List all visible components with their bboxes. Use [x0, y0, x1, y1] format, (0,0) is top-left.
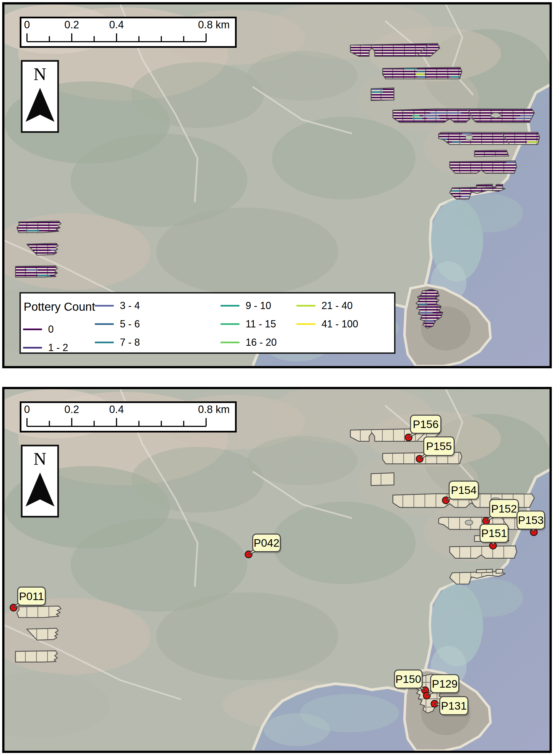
callout-text: P153 [518, 514, 544, 526]
survey-polygon-blob-7b [496, 569, 503, 573]
transect-line-colored [26, 269, 38, 271]
survey-polygon-blob-7a [475, 184, 493, 188]
survey-polygon-blob-7a [477, 569, 493, 573]
transect-line [449, 167, 518, 169]
transect-line [14, 272, 59, 273]
callout-label-P152[interactable]: P152 [486, 499, 519, 521]
transect-line [349, 47, 441, 48]
scale-bar: 00.20.40.8 km [20, 401, 237, 433]
legend-line-swatch [221, 305, 239, 307]
scale-label: 0.8 km [198, 403, 230, 415]
transect-line [392, 120, 536, 122]
transect-line [370, 94, 395, 96]
transect-line [449, 164, 518, 166]
legend-item: 9 - 10 [221, 300, 271, 311]
legend-item: 1 - 2 [23, 342, 68, 353]
transect-line [415, 306, 444, 308]
legend-item-label: 3 - 4 [120, 300, 140, 312]
satellite-map-bottom: P156P155P154P152P153P151P042P011P150P129… [4, 389, 550, 751]
survey-polygon-bar-4 [392, 109, 536, 122]
transect-line-colored [430, 112, 461, 114]
callout-label-P154[interactable]: P154 [446, 481, 480, 501]
callout-label-P156[interactable]: P156 [408, 415, 442, 437]
callout-label-P153[interactable]: P153 [517, 511, 546, 532]
transect-line [14, 266, 59, 268]
scale-label: 0 [24, 403, 30, 415]
transect-line [16, 227, 62, 229]
legend-item-label: 11 - 15 [245, 318, 276, 330]
callout-text: P131 [441, 700, 467, 712]
transect-line [473, 151, 510, 152]
transect-line-colored [371, 91, 383, 93]
transect-line-colored [449, 76, 461, 77]
scale-label: 0.2 [64, 19, 79, 30]
callout-label-P129[interactable]: P129 [427, 675, 460, 695]
transect-line [438, 139, 541, 140]
transect-line [392, 112, 536, 114]
transect-line [349, 52, 441, 54]
transect-line-colored [527, 141, 539, 142]
legend-item-label: 16 - 20 [245, 336, 277, 348]
legend-line-swatch [23, 347, 42, 349]
survey-polygon-bar-2 [382, 67, 463, 79]
legend-line-swatch [221, 341, 239, 343]
transect-line-colored [417, 76, 425, 77]
legend-item: 11 - 15 [221, 319, 276, 330]
transect-line-colored [412, 118, 423, 119]
survey-hole [491, 113, 501, 118]
callout-text: P155 [426, 440, 452, 452]
scale-bar: 00.20.40.8 km [20, 17, 237, 48]
transect-line-colored [451, 190, 461, 191]
survey-polygon-west-3 [15, 651, 58, 662]
callout-label-P155[interactable]: P155 [420, 437, 455, 459]
transect-line-colored [520, 115, 534, 117]
scale-label: 0.2 [64, 403, 79, 415]
transect-line-colored [452, 141, 461, 142]
transect-line-colored [427, 118, 440, 119]
scale-label: 0 [24, 19, 30, 30]
callout-text: P154 [451, 484, 477, 496]
transect-line-colored [417, 71, 425, 72]
callout-text: P156 [413, 418, 439, 430]
legend-item-label: 5 - 6 [120, 318, 140, 330]
callout-text: P152 [491, 503, 517, 515]
north-arrow: N [21, 445, 59, 517]
callout-text: P011 [19, 590, 44, 602]
scale-label: 0.4 [109, 19, 124, 30]
legend-line-swatch [296, 323, 315, 325]
pottery-count-legend: Pottery Count 01 - 23 - 45 - 67 - 89 - 1… [19, 292, 395, 354]
legend-item: 5 - 6 [95, 319, 140, 330]
transect-line-colored [462, 133, 472, 134]
legend-line-swatch [221, 323, 239, 325]
callout-label-P150[interactable]: P150 [395, 670, 425, 690]
map-panel-poi-labels: P156P155P154P152P153P151P042P011P150P129… [2, 387, 552, 753]
north-label: N [22, 449, 57, 469]
callout-label-P151[interactable]: P151 [480, 524, 509, 546]
legend-item: 41 - 100 [296, 319, 358, 330]
survey-polygon-bar-6b [473, 150, 510, 157]
legend-item-label: 41 - 100 [322, 318, 358, 330]
legend-item-label: 7 - 8 [120, 336, 140, 348]
callout-text: P151 [481, 527, 507, 540]
transect-line [473, 154, 510, 155]
callout-label-P042[interactable]: P042 [248, 534, 281, 555]
north-arrow-icon [22, 84, 57, 126]
legend-line-swatch [23, 328, 42, 330]
callout-text: P150 [395, 673, 421, 685]
north-label: N [22, 64, 57, 84]
transect-line-colored [423, 115, 439, 117]
transect-line [349, 50, 441, 51]
callout-label-P011[interactable]: P011 [14, 587, 46, 608]
transect-line-colored [418, 312, 433, 313]
survey-polygon-west-1 [17, 606, 61, 617]
callout-text: P129 [432, 678, 458, 690]
legend-item: 16 - 20 [221, 337, 277, 348]
transect-line-colored [412, 115, 420, 117]
survey-polygon-west-3 [14, 266, 59, 277]
transect-line [16, 225, 62, 226]
survey-polygon-square-3 [371, 473, 394, 485]
north-arrow-icon [22, 469, 57, 511]
survey-hole [465, 520, 473, 525]
legend-line-swatch [95, 341, 114, 343]
transect-line [14, 275, 59, 276]
